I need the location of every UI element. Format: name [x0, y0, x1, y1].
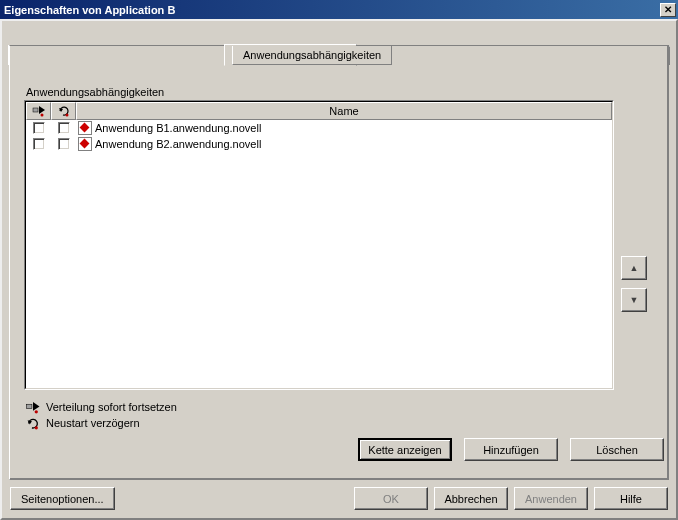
active-subtab: Anwendungsabhängigkeiten [232, 46, 392, 65]
legend-label: Verteilung sofort fortsetzen [46, 401, 177, 413]
subtab-label: Anwendungsabhängigkeiten [243, 49, 381, 61]
cancel-button[interactable]: Abbrechen [434, 487, 508, 510]
dialog-buttons: Seitenoptionen... OK Abbrechen Anwenden … [10, 487, 668, 510]
button-label: OK [383, 493, 399, 505]
ok-button[interactable]: OK [354, 487, 428, 510]
row-name: Anwendung B2.anwendung.novell [95, 138, 261, 150]
main-panel: Anwendungsabhängigkeiten [9, 45, 669, 480]
application-icon [78, 137, 92, 151]
delete-button[interactable]: Löschen [570, 438, 664, 461]
button-label: Kette anzeigen [368, 444, 441, 456]
row-name: Anwendung B1.anwendung.novell [95, 122, 261, 134]
svg-point-1 [40, 114, 43, 117]
delay-checkbox[interactable] [58, 122, 70, 134]
close-button[interactable]: ✕ [660, 3, 676, 17]
continue-distribution-icon [32, 105, 46, 117]
move-up-button[interactable]: ▲ [621, 256, 647, 280]
action-buttons: Kette anzeigen Hinzufügen Löschen [24, 438, 664, 461]
show-chain-button[interactable]: Kette anzeigen [358, 438, 452, 461]
button-label: Anwenden [525, 493, 577, 505]
dependencies-listview: Name Anwendung B1.anwendung.novell [24, 100, 614, 390]
column-header-delay[interactable] [51, 102, 76, 120]
listview-header: Name [26, 102, 612, 120]
svg-point-4 [35, 410, 38, 413]
column-header-name[interactable]: Name [76, 102, 612, 120]
continue-distribution-icon [24, 400, 42, 414]
column-label: Name [329, 105, 358, 117]
svg-point-5 [35, 426, 38, 429]
move-down-button[interactable]: ▼ [621, 288, 647, 312]
delay-restart-icon [24, 416, 42, 430]
button-label: Abbrechen [444, 493, 497, 505]
svg-rect-0 [33, 108, 38, 112]
svg-point-2 [65, 114, 68, 117]
listview-body: Anwendung B1.anwendung.novell Anwendung … [26, 120, 612, 388]
titlebar: Eigenschaften von Application B ✕ [0, 0, 678, 19]
apply-button[interactable]: Anwenden [514, 487, 588, 510]
delay-checkbox[interactable] [58, 138, 70, 150]
reorder-buttons: ▲ ▼ [621, 256, 647, 312]
table-row[interactable]: Anwendung B1.anwendung.novell [26, 120, 612, 136]
button-label: Seitenoptionen... [21, 493, 104, 505]
window-title: Eigenschaften von Application B [4, 4, 175, 16]
continue-checkbox[interactable] [33, 122, 45, 134]
column-header-continue[interactable] [26, 102, 51, 120]
table-row[interactable]: Anwendung B2.anwendung.novell [26, 136, 612, 152]
help-button[interactable]: Hilfe [594, 487, 668, 510]
continue-checkbox[interactable] [33, 138, 45, 150]
legend: Verteilung sofort fortsetzen Neustart ve… [24, 400, 653, 430]
page-options-button[interactable]: Seitenoptionen... [10, 487, 115, 510]
application-icon [78, 121, 92, 135]
legend-label: Neustart verzögern [46, 417, 140, 429]
add-button[interactable]: Hinzufügen [464, 438, 558, 461]
svg-rect-3 [27, 404, 32, 408]
button-label: Hilfe [620, 493, 642, 505]
section-label: Anwendungsabhängigkeiten [26, 86, 653, 98]
button-label: Hinzufügen [483, 444, 539, 456]
button-label: Löschen [596, 444, 638, 456]
window-body: Identifikation ▼ Verteilungsoptionen ▼ A… [0, 19, 678, 520]
delay-restart-icon [57, 105, 71, 117]
